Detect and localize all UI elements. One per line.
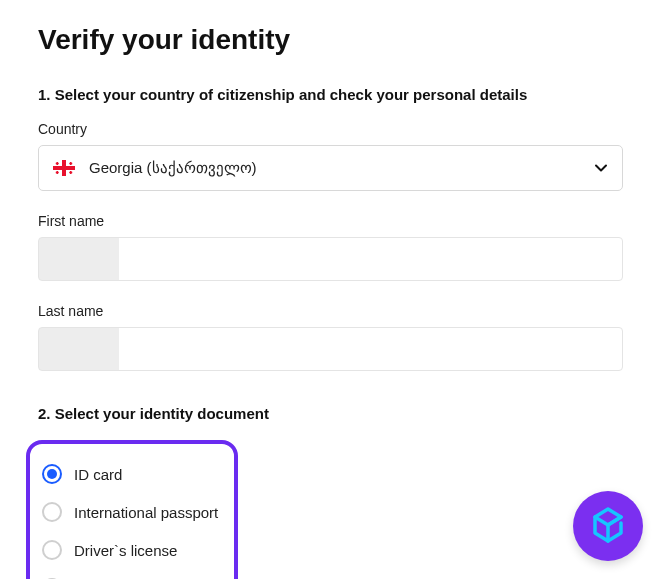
firstname-label: First name: [38, 213, 623, 229]
svg-rect-2: [53, 166, 75, 170]
radio-option-drivers-license[interactable]: Driver`s license: [42, 534, 218, 566]
country-value: Georgia (საქართველო): [89, 159, 594, 177]
help-logo-icon: [587, 503, 629, 549]
help-fab-button[interactable]: [573, 491, 643, 561]
radio-label: Driver`s license: [74, 542, 177, 559]
radio-button-icon: [42, 540, 62, 560]
lastname-input[interactable]: [38, 327, 623, 371]
page-title: Verify your identity: [38, 24, 623, 56]
georgia-flag-icon: [53, 160, 75, 176]
radio-label: ID card: [74, 466, 122, 483]
radio-option-id-card[interactable]: ID card: [42, 458, 218, 490]
radio-label: International passport: [74, 504, 218, 521]
document-options-highlight: ID card International passport Driver`s …: [26, 440, 238, 579]
country-select[interactable]: Georgia (საქართველო): [38, 145, 623, 191]
svg-rect-10: [69, 172, 72, 174]
radio-button-icon: [42, 464, 62, 484]
firstname-input[interactable]: [38, 237, 623, 281]
svg-rect-6: [69, 163, 72, 165]
section-2-heading: 2. Select your identity document: [38, 405, 623, 422]
section-1-heading: 1. Select your country of citizenship an…: [38, 86, 623, 103]
radio-option-residence-permit[interactable]: Residence permit: [42, 572, 218, 579]
lastname-label: Last name: [38, 303, 623, 319]
country-label: Country: [38, 121, 623, 137]
chevron-down-icon: [594, 161, 608, 175]
svg-rect-4: [56, 163, 59, 165]
radio-button-icon: [42, 502, 62, 522]
radio-option-international-passport[interactable]: International passport: [42, 496, 218, 528]
svg-rect-8: [56, 172, 59, 174]
